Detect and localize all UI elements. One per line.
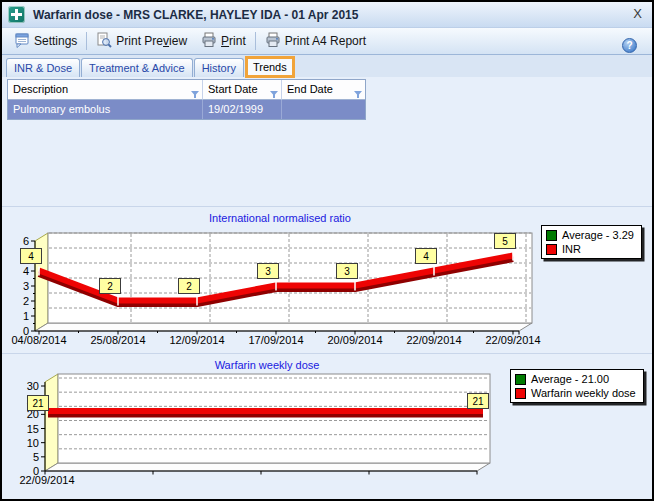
svg-text:4: 4: [23, 265, 29, 277]
dose-swatch: [515, 388, 526, 399]
printer-icon: [201, 32, 217, 51]
filter-funnel-icon[interactable]: [354, 86, 362, 100]
svg-text:5: 5: [502, 236, 508, 247]
inr-chart-panel: 012345604/08/201425/08/201412/09/201417/…: [2, 206, 652, 353]
toolbar: Settings Print Preview: [2, 28, 652, 55]
tab-history[interactable]: History: [194, 58, 244, 77]
cell-start-date: 19/02/1999: [203, 100, 282, 119]
print-preview-icon: [96, 32, 112, 51]
svg-text:6: 6: [23, 235, 29, 247]
print-label: Print: [221, 34, 246, 48]
svg-text:3: 3: [344, 266, 350, 277]
filter-funnel-icon[interactable]: [270, 86, 278, 100]
svg-text:21: 21: [32, 398, 44, 409]
app-cross-icon: [8, 6, 25, 23]
conditions-table: Description Start Date End Date Pulmonar…: [7, 79, 366, 120]
print-a4-report-label: Print A4 Report: [285, 34, 366, 48]
svg-text:2: 2: [186, 281, 192, 292]
svg-text:2: 2: [107, 281, 113, 292]
svg-text:12/09/2014: 12/09/2014: [169, 334, 224, 346]
help-button[interactable]: ?: [622, 38, 637, 53]
svg-text:22/09/2014: 22/09/2014: [485, 334, 540, 346]
table-row-selected[interactable]: Pulmonary embolus 19/02/1999: [8, 100, 365, 119]
toolbar-separator: [86, 32, 87, 50]
close-button[interactable]: X: [633, 6, 642, 21]
svg-text:10: 10: [27, 437, 39, 449]
inr-chart-title: International normalised ratio: [2, 212, 558, 224]
average-swatch: [515, 374, 526, 385]
svg-text:4: 4: [423, 251, 429, 262]
svg-text:3: 3: [265, 266, 271, 277]
inr-swatch: [546, 244, 557, 255]
print-a4-report-button[interactable]: Print A4 Report: [258, 30, 373, 52]
svg-text:15: 15: [27, 423, 39, 435]
settings-label: Settings: [34, 34, 77, 48]
legend-item-average: Average - 21.00: [515, 373, 636, 385]
print-preview-label: Print Preview: [116, 34, 187, 48]
tab-treatment-and-advice[interactable]: Treatment & Advice: [81, 58, 193, 77]
table-header-row: Description Start Date End Date: [8, 80, 365, 100]
dose-chart-panel: 05101520253022/09/20142121 Warfarin week…: [2, 353, 652, 499]
legend-item-dose: Warfarin weekly dose: [515, 387, 636, 399]
inr-chart-legend: Average - 3.29 INR: [541, 225, 642, 259]
svg-text:2: 2: [23, 295, 29, 307]
svg-text:20/09/2014: 20/09/2014: [327, 334, 382, 346]
print-preview-button[interactable]: Print Preview: [89, 30, 194, 52]
svg-text:25/08/2014: 25/08/2014: [90, 334, 145, 346]
average-swatch: [546, 230, 557, 241]
printer-icon: [265, 32, 281, 51]
tab-inr-and-dose[interactable]: INR & Dose: [6, 58, 80, 77]
svg-text:5: 5: [33, 451, 39, 463]
svg-text:4: 4: [28, 251, 34, 262]
svg-text:17/09/2014: 17/09/2014: [248, 334, 303, 346]
svg-text:1: 1: [23, 310, 29, 322]
title-bar: Warfarin dose - MRS CLARKE, HAYLEY IDA -…: [2, 2, 652, 28]
column-header-start-date[interactable]: Start Date: [203, 80, 282, 100]
svg-text:30: 30: [27, 380, 39, 392]
window-title: Warfarin dose - MRS CLARKE, HAYLEY IDA -…: [33, 8, 358, 22]
filter-funnel-icon[interactable]: [191, 86, 199, 100]
svg-text:22/09/2014: 22/09/2014: [406, 334, 461, 346]
settings-button[interactable]: Settings: [7, 30, 84, 52]
toolbar-separator: [255, 32, 256, 50]
dose-chart-legend: Average - 21.00 Warfarin weekly dose: [510, 369, 644, 403]
tab-strip: INR & Dose Treatment & Advice History Tr…: [2, 55, 652, 77]
svg-text:3: 3: [23, 280, 29, 292]
tab-trends[interactable]: Trends: [245, 56, 295, 78]
cell-description: Pulmonary embolus: [8, 100, 203, 119]
legend-item-average: Average - 3.29: [546, 229, 634, 241]
settings-icon: [14, 32, 30, 51]
print-button[interactable]: Print: [194, 30, 253, 52]
column-header-description[interactable]: Description: [8, 80, 203, 100]
column-header-end-date[interactable]: End Date: [282, 80, 365, 100]
svg-text:21: 21: [472, 396, 484, 407]
cell-end-date: [282, 100, 365, 119]
dose-chart-title: Warfarin weekly dose: [2, 359, 532, 371]
legend-item-inr: INR: [546, 243, 634, 255]
svg-text:04/08/2014: 04/08/2014: [11, 334, 66, 346]
svg-text:22/09/2014: 22/09/2014: [19, 474, 74, 486]
warfarin-dose-window: Warfarin dose - MRS CLARKE, HAYLEY IDA -…: [0, 0, 654, 501]
